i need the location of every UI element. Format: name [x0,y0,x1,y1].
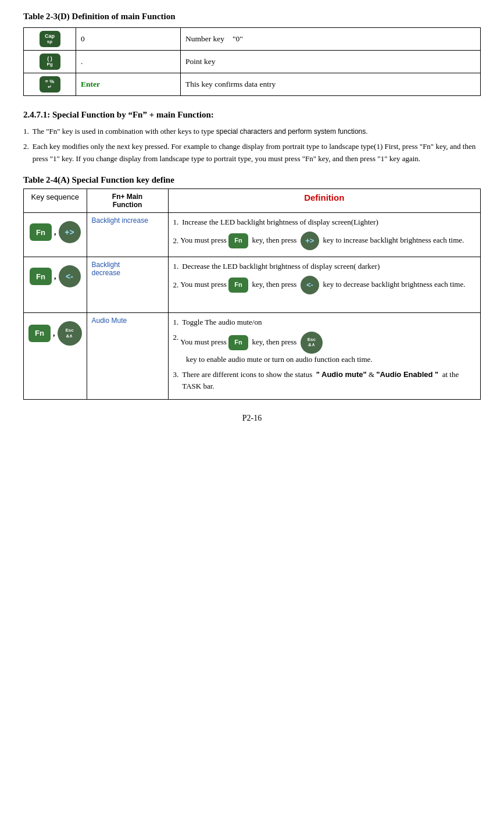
col-definition: Definition [168,189,481,213]
minus-inline-icon: <- [301,276,319,294]
table-header-row: Key sequence Fn+ MainFunction Definition [24,189,481,213]
key-seq-backlight-decrease: Fn , <- [24,257,87,313]
key-value-0: 0 [76,28,181,51]
def-audio-mute: 1. Toggle The audio mute/on 2. You must … [168,312,481,399]
inline-fn-key-2: Fn [228,278,248,293]
col-key-sequence: Key sequence [24,189,87,213]
key-seq-backlight-increase: Fn , +> [24,213,87,257]
def-backlight-increase: 1. Increase the LED backlight brightness… [168,213,481,257]
table-row: ( ) Pg . Point key [24,51,481,73]
comma-sep-3: , [53,329,55,338]
inline-plus-key: +> [301,232,319,250]
key-desc-enter: This key confirms data entry [181,73,481,96]
fn-inline-icon-3: Fn [228,335,248,350]
list-num-2: 2. [23,141,29,165]
key-desc-0: Number key "0" [181,28,481,51]
table-2-3d: Cap sp 0 Number key "0" ( ) Pg . Point k… [23,27,481,96]
def-backlight-decrease: 1. Decrease the LED backlight brightness… [168,257,481,313]
page-number: P2-16 [23,414,481,423]
def-text-2c: You must press Fn key, then press Esc&∧ … [180,332,476,366]
comma-sep: , [54,227,56,237]
list-num-1: 1. [23,126,29,138]
def-text-3c: There are different icons to show the st… [182,369,476,393]
def-num-1b: 1. [173,261,179,273]
plus-inline-icon: +> [301,232,319,250]
inline-fn-key: Fn [228,233,248,248]
key-icon-dot: ( ) Pg [24,51,76,73]
key-icon-0: Cap sp [24,28,76,51]
inline-esc-key: Esc&∧ [301,332,323,354]
def-num-1c: 1. [173,317,179,329]
section-247-title: 2.4.7.1: Special Function by “Fn” + main… [23,110,481,120]
key-icon-enter: = % ↵ [24,73,76,96]
plus-key-icon: +> [59,221,81,243]
inline-minus-key: <- [301,276,319,294]
table-row: Fn , +> Backlight increase 1. Increase t… [24,213,481,257]
def-num-2c: 2. [173,332,179,344]
table-row: Cap sp 0 Number key "0" [24,28,481,51]
def-text-2b: You must press Fn key, then press <- key… [180,276,476,294]
esc-inline-icon: Esc&∧ [301,332,323,354]
def-num-1: 1. [173,216,179,229]
fn-name-backlight-increase: Backlight increase [87,213,168,257]
list-item-2-text: Each key modifies only the next key pres… [33,141,481,165]
comma-sep-2: , [54,272,56,281]
table-row: Fn , <- Backlightdecrease 1. Decrease th… [24,257,481,313]
key-value-dot: . [76,51,181,73]
fn-key-icon: Fn [30,223,52,241]
esc-key-icon: Esc&∧ [58,321,82,346]
minus-key-icon: <- [59,265,81,287]
fn-key-icon-3: Fn [28,325,51,342]
def-text-1: Increase the LED backlight brightness of… [182,216,476,229]
key-seq-audio-mute: Fn , Esc&∧ [24,312,87,399]
table-row: = % ↵ Enter This key confirms data entry [24,73,481,96]
table-row: Fn , Esc&∧ Audio Mute 1. Toggle The audi… [24,312,481,399]
def-text-1b: Decrease the LED backlight brightness of… [182,261,476,273]
list-item-1-text: The "Fn" key is used in combination with… [33,126,481,138]
key-desc-dot: Point key [181,51,481,73]
col-fn-main: Fn+ MainFunction [87,189,168,213]
table-2-3d-title: Table 2-3(D) Definition of main Function [23,12,481,22]
def-text-2: You must press Fn key, then press +> key… [180,232,476,250]
def-text-1c: Toggle The audio mute/on [182,317,476,329]
fn-inline-icon-2: Fn [228,278,248,293]
table-2-4a-title: Table 2-4(A) Special Function key define [23,175,481,185]
def-num-2: 2. [173,235,179,247]
def-num-3c: 3. [173,369,179,393]
fn-name-audio-mute: Audio Mute [87,312,168,399]
fn-inline-icon: Fn [228,233,248,248]
table-2-4a: Key sequence Fn+ MainFunction Definition… [23,189,481,400]
key-value-enter: Enter [76,73,181,96]
inline-fn-key-3: Fn [228,335,248,350]
fn-key-icon-2: Fn [30,268,52,285]
fn-description-1: 1. The "Fn" key is used in combination w… [23,126,481,165]
fn-name-backlight-decrease: Backlightdecrease [87,257,168,313]
def-num-2b: 2. [173,279,179,291]
